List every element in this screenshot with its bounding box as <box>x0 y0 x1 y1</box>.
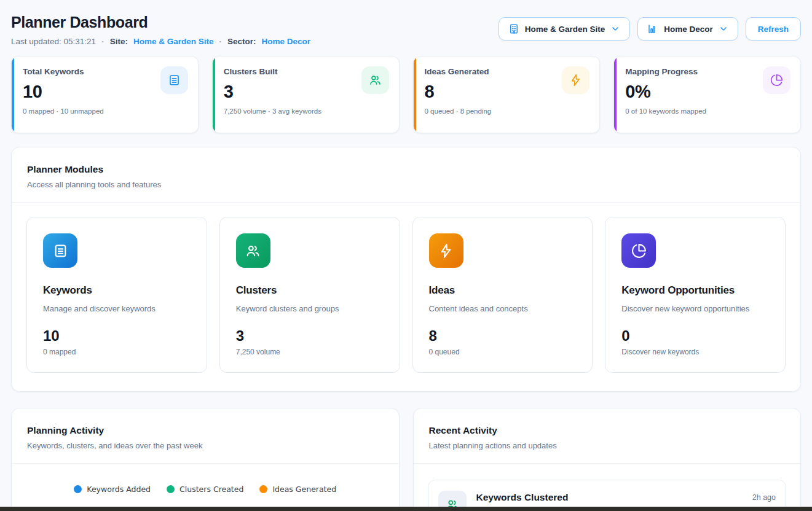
module-value: 0 <box>621 327 769 345</box>
stat-card-ideas-generated: Ideas Generated 8 0 queued · 8 pending <box>413 56 601 133</box>
legend-label: Ideas Generated <box>272 485 336 494</box>
module-title: Clusters <box>236 284 384 297</box>
site-selector-dropdown[interactable]: Home & Garden Site <box>499 17 631 41</box>
meta-separator: · <box>101 37 104 46</box>
recent-activity-header: Recent Activity Latest planning actions … <box>414 408 801 463</box>
legend-label: Keywords Added <box>87 485 151 494</box>
module-sub: Discover new keywords <box>621 348 769 356</box>
module-sub: 0 mapped <box>43 348 191 356</box>
stat-sub: 7,250 volume · 3 avg keywords <box>224 107 388 115</box>
module-card-clusters[interactable]: Clusters Keyword clusters and groups 3 7… <box>219 217 400 373</box>
meta-separator: · <box>219 37 222 46</box>
section-title: Planner Modules <box>27 164 785 175</box>
sector-selector-dropdown[interactable]: Home Decor <box>637 17 738 41</box>
legend-dot-icon <box>167 485 175 493</box>
module-description: Manage and discover keywords <box>43 304 191 313</box>
zap-icon <box>429 233 463 268</box>
module-title: Ideas <box>429 284 577 297</box>
planner-modules-panel: Planner Modules Access all planning tool… <box>11 147 801 392</box>
stat-card-clusters-built: Clusters Built 3 7,250 volume · 3 avg ke… <box>212 56 400 133</box>
divider <box>12 463 399 464</box>
section-title: Planning Activity <box>27 425 384 436</box>
header-actions: Home & Garden Site Home Decor Refresh <box>499 17 801 41</box>
stat-sub: 0 of 10 keywords mapped <box>625 107 789 115</box>
section-subtitle: Keywords, clusters, and ideas over the p… <box>27 441 384 450</box>
module-card-ideas[interactable]: Ideas Content ideas and concepts 8 0 que… <box>412 217 593 373</box>
sector-label: Sector: <box>227 37 256 46</box>
pie-chart-icon <box>763 66 790 94</box>
site-link[interactable]: Home & Garden Site <box>133 37 214 46</box>
meta-line: Last updated: 05:31:21 · Site: Home & Ga… <box>11 37 310 46</box>
zap-icon <box>562 66 589 94</box>
module-description: Discover new keyword opportunities <box>621 304 769 313</box>
sector-selector-label: Home Decor <box>664 25 713 34</box>
bar-chart-icon <box>647 23 658 34</box>
legend-item-clusters-created[interactable]: Clusters Created <box>167 485 243 494</box>
stat-card-mapping-progress: Mapping Progress 0% 0 of 10 keywords map… <box>613 56 801 133</box>
users-icon <box>361 66 389 94</box>
activity-timestamp: 2h ago <box>752 491 776 502</box>
chevron-down-icon <box>719 24 728 34</box>
planning-activity-header: Planning Activity Keywords, clusters, an… <box>12 408 399 463</box>
stats-row: Total Keywords 10 0 mapped · 10 unmapped… <box>11 56 801 133</box>
last-updated-text: Last updated: 05:31:21 <box>11 37 96 46</box>
module-title: Keyword Opportunities <box>621 284 769 297</box>
recent-activity-card: Recent Activity Latest planning actions … <box>413 408 802 511</box>
module-description: Content ideas and concepts <box>429 304 577 313</box>
planning-activity-card: Planning Activity Keywords, clusters, an… <box>11 408 400 511</box>
module-sub: 7,250 volume <box>236 348 384 356</box>
refresh-button[interactable]: Refresh <box>746 17 801 41</box>
modules-grid: Keywords Manage and discover keywords 10… <box>12 203 800 391</box>
bottom-row: Planning Activity Keywords, clusters, an… <box>11 408 801 511</box>
site-label: Site: <box>110 37 128 46</box>
site-selector-label: Home & Garden Site <box>525 25 605 34</box>
page-title: Planner Dashboard <box>11 14 310 31</box>
chevron-down-icon <box>610 24 620 34</box>
legend-item-keywords-added[interactable]: Keywords Added <box>74 485 151 494</box>
stat-sub: 0 queued · 8 pending <box>425 107 589 115</box>
module-value: 3 <box>236 327 384 345</box>
activity-title: Keywords Clustered <box>476 492 743 503</box>
planner-modules-header: Planner Modules Access all planning tool… <box>12 147 800 202</box>
module-sub: 0 queued <box>429 348 577 356</box>
taskbar-edge-bar <box>0 507 812 511</box>
module-card-keywords[interactable]: Keywords Manage and discover keywords 10… <box>26 217 207 373</box>
module-value: 8 <box>429 327 577 345</box>
chart-legend: Keywords Added Clusters Created Ideas Ge… <box>12 485 399 494</box>
legend-dot-icon <box>74 485 82 493</box>
section-title: Recent Activity <box>429 425 786 436</box>
section-subtitle: Access all planning tools and features <box>27 180 785 189</box>
stat-card-total-keywords: Total Keywords 10 0 mapped · 10 unmapped <box>11 56 199 133</box>
legend-dot-icon <box>259 485 267 493</box>
stat-sub: 0 mapped · 10 unmapped <box>23 107 187 115</box>
module-value: 10 <box>43 327 191 345</box>
users-icon <box>236 233 270 268</box>
header-left: Planner Dashboard Last updated: 05:31:21… <box>11 14 310 46</box>
refresh-button-label: Refresh <box>758 25 789 34</box>
legend-label: Clusters Created <box>179 485 243 494</box>
page-header: Planner Dashboard Last updated: 05:31:21… <box>11 0 801 46</box>
section-subtitle: Latest planning actions and updates <box>429 441 786 450</box>
stat-accent-bar <box>213 57 215 133</box>
sector-link[interactable]: Home Decor <box>261 37 310 46</box>
planner-dashboard-page: Planner Dashboard Last updated: 05:31:21… <box>0 0 812 511</box>
module-title: Keywords <box>43 284 191 297</box>
module-description: Keyword clusters and groups <box>236 304 384 313</box>
module-card-keyword-opportunities[interactable]: Keyword Opportunities Discover new keywo… <box>605 217 786 373</box>
legend-item-ideas-generated[interactable]: Ideas Generated <box>259 485 336 494</box>
stat-accent-bar <box>12 57 14 133</box>
file-text-icon <box>43 233 77 268</box>
file-text-icon <box>160 66 188 94</box>
building-icon <box>508 23 519 34</box>
stat-accent-bar <box>414 57 416 133</box>
activity-list: Keywords Clustered 3 new clusters create… <box>414 464 801 511</box>
stat-accent-bar <box>614 57 617 133</box>
pie-chart-icon <box>621 233 656 268</box>
